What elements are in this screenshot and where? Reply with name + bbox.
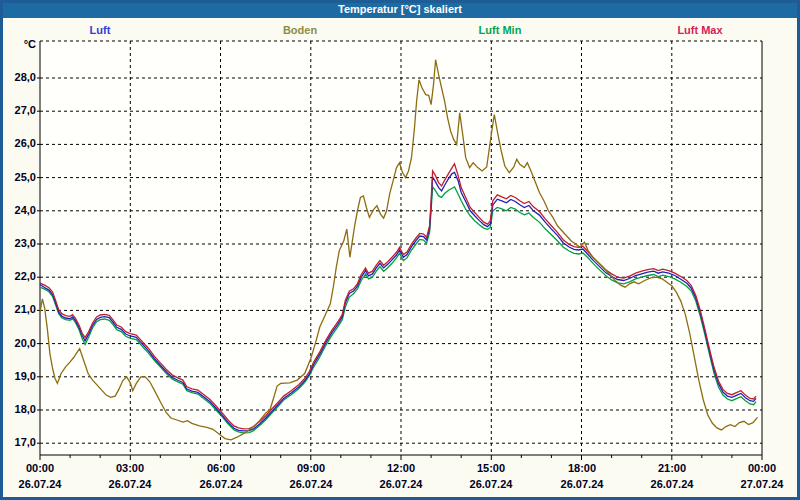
chart-window: Temperatur [°C] skaliert Luft Boden Luft… (0, 0, 800, 500)
chart-canvas (0, 0, 800, 500)
